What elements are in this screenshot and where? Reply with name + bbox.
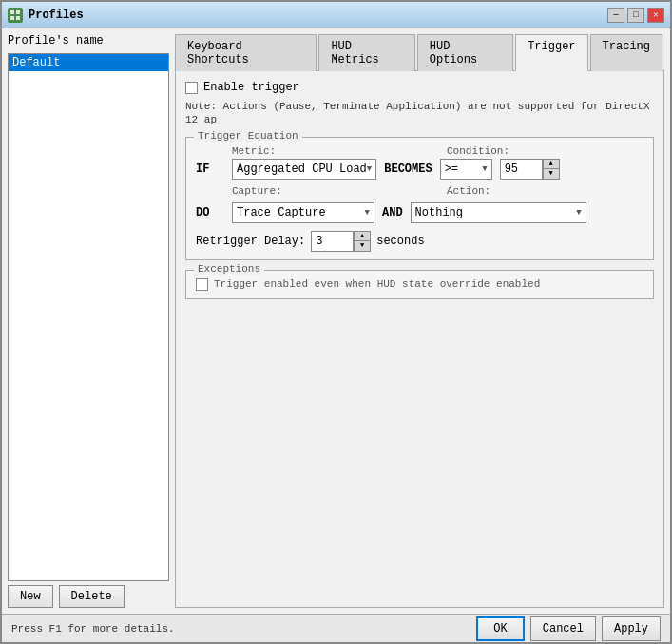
and-label: AND — [382, 206, 403, 219]
tab-trigger[interactable]: Trigger — [515, 34, 587, 71]
tab-keyboard-shortcuts[interactable]: Keyboard Shortcuts — [175, 34, 317, 71]
status-text: Press F1 for more details. — [11, 623, 476, 635]
tab-hud-options[interactable]: HUD Options — [417, 34, 513, 71]
metric-dropdown-arrow: ▼ — [367, 164, 372, 174]
threshold-spinner: ▲ ▼ — [543, 159, 560, 180]
if-label: IF — [196, 162, 224, 176]
ok-button[interactable]: OK — [476, 616, 524, 641]
bottom-buttons: OK Cancel Apply — [476, 616, 661, 641]
bottom-bar: Press F1 for more details. OK Cancel App… — [2, 614, 670, 642]
delete-button[interactable]: Delete — [59, 585, 125, 608]
new-button[interactable]: New — [8, 585, 53, 608]
exception-checkbox-label: Trigger enabled even when HUD state over… — [214, 278, 540, 290]
condition-sublabel: Condition: — [447, 145, 509, 157]
window-title: Profiles — [29, 9, 607, 22]
threshold-input[interactable]: 95 — [500, 159, 543, 180]
tab-hud-metrics[interactable]: HUD Metrics — [318, 34, 414, 71]
retrigger-spinner: ▲ ▼ — [354, 231, 371, 252]
sublabels-do-row: Capture: Action: — [196, 185, 643, 197]
close-button[interactable]: ✕ — [647, 8, 664, 23]
trigger-tab-content: Enable trigger Note: Actions (Pause, Ter… — [175, 71, 664, 608]
maximize-button[interactable]: □ — [627, 8, 644, 23]
trigger-note: Note: Actions (Pause, Terminate Applicat… — [185, 100, 654, 127]
retrigger-unit: seconds — [376, 235, 424, 248]
exception-checkbox[interactable] — [196, 278, 208, 291]
action-sublabel: Action: — [447, 185, 490, 197]
capture-sublabel: Capture: — [232, 185, 382, 197]
retrigger-label: Retrigger Delay: — [196, 235, 305, 248]
sublabels-if-row: Metric: Condition: — [196, 145, 643, 157]
condition-dropdown-arrow: ▼ — [482, 164, 487, 174]
profile-buttons: New Delete — [8, 585, 169, 608]
retrigger-input-wrapper: 3 ▲ ▼ — [311, 231, 371, 252]
trigger-equation-title: Trigger Equation — [194, 130, 302, 142]
retrigger-down-button[interactable]: ▼ — [355, 241, 370, 251]
becomes-label: BECOMES — [384, 162, 432, 176]
tab-bar: Keyboard Shortcuts HUD Metrics HUD Optio… — [175, 34, 664, 71]
title-bar: Profiles ─ □ ✕ — [2, 2, 670, 28]
cancel-button[interactable]: Cancel — [530, 616, 596, 641]
svg-rect-3 — [16, 16, 20, 20]
condition-dropdown[interactable]: >= ▼ — [440, 159, 492, 180]
retrigger-input[interactable]: 3 — [311, 231, 354, 252]
exceptions-title: Exceptions — [194, 263, 264, 275]
svg-rect-1 — [16, 10, 20, 14]
action-dropdown-arrow: ▼ — [576, 208, 581, 218]
left-panel: Profile's name Default New Delete — [8, 34, 169, 608]
exception-checkbox-row: Trigger enabled even when HUD state over… — [196, 278, 643, 291]
metric-dropdown[interactable]: Aggregated CPU Load ▼ — [232, 159, 376, 180]
profile-list[interactable]: Default — [8, 53, 169, 581]
enable-trigger-label: Enable trigger — [203, 81, 299, 94]
main-window: Profiles ─ □ ✕ Profile's name Default Ne… — [0, 0, 672, 644]
window-controls: ─ □ ✕ — [607, 8, 664, 23]
action-dropdown[interactable]: Nothing ▼ — [411, 202, 586, 223]
profile-item-default[interactable]: Default — [9, 54, 168, 71]
threshold-input-wrapper: 95 ▲ ▼ — [500, 159, 560, 180]
app-icon — [8, 8, 23, 23]
apply-button[interactable]: Apply — [602, 616, 661, 641]
profiles-label: Profile's name — [8, 34, 169, 47]
tab-tracing[interactable]: Tracing — [590, 34, 662, 71]
content-area: Profile's name Default New Delete Keyboa… — [2, 28, 670, 614]
svg-rect-2 — [10, 16, 14, 20]
retrigger-row: Retrigger Delay: 3 ▲ ▼ seconds — [196, 231, 643, 252]
do-row: DO Trace Capture ▼ AND Nothing ▼ — [196, 202, 643, 223]
trigger-equation-group: Trigger Equation Metric: Condition: IF A… — [185, 137, 654, 260]
minimize-button[interactable]: ─ — [607, 8, 624, 23]
threshold-up-button[interactable]: ▲ — [544, 160, 559, 169]
retrigger-up-button[interactable]: ▲ — [355, 232, 370, 241]
enable-trigger-row: Enable trigger — [185, 81, 654, 94]
capture-dropdown-arrow: ▼ — [365, 208, 370, 218]
metric-sublabel: Metric: — [232, 145, 382, 157]
svg-rect-0 — [10, 10, 14, 14]
enable-trigger-checkbox[interactable] — [185, 82, 198, 94]
if-row: IF Aggregated CPU Load ▼ BECOMES >= ▼ — [196, 159, 643, 180]
exceptions-group: Exceptions Trigger enabled even when HUD… — [185, 270, 654, 299]
do-label: DO — [196, 206, 224, 219]
right-panel: Keyboard Shortcuts HUD Metrics HUD Optio… — [175, 34, 664, 608]
capture-dropdown[interactable]: Trace Capture ▼ — [232, 202, 374, 223]
threshold-down-button[interactable]: ▼ — [544, 169, 559, 179]
